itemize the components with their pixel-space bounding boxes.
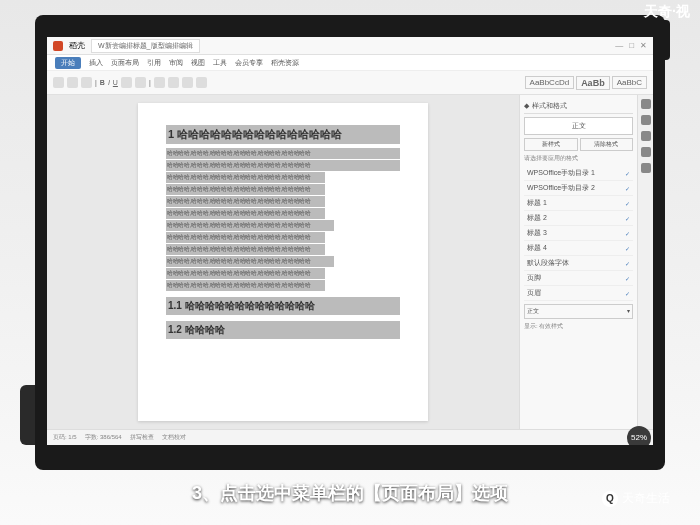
panel-footer: 显示: 有效样式: [524, 322, 633, 331]
check-icon: ✓: [625, 170, 630, 177]
menu-bar: 开始 插入 页面布局 引用 审阅 视图 工具 会员专享 稻壳资源: [47, 55, 653, 71]
maximize-icon[interactable]: □: [629, 41, 634, 50]
check-icon: ✓: [625, 230, 630, 237]
paragraph[interactable]: 哈哈哈哈,哈哈哈,哈哈哈哈,哈哈哈哈,哈哈哈哈,哈哈哈哈哈: [166, 184, 325, 195]
italic-button[interactable]: I: [108, 79, 110, 86]
menu-view[interactable]: 视图: [191, 58, 205, 68]
word-count[interactable]: 字数: 386/564: [85, 433, 122, 442]
zoom-level[interactable]: 52%: [627, 426, 651, 446]
paragraph[interactable]: 哈哈哈哈,哈哈哈,哈哈哈哈,哈哈哈哈,哈哈哈哈,哈哈哈哈哈: [166, 220, 334, 231]
cut-icon[interactable]: [67, 77, 78, 88]
bottom-watermark: 天奇生活: [602, 490, 670, 507]
instruction-caption: 3、点击选中菜单栏的【页面布局】选项: [0, 481, 700, 505]
style-item[interactable]: 页眉✓: [524, 286, 633, 301]
check-icon: ✓: [625, 245, 630, 252]
document-area[interactable]: 1 哈哈哈哈哈哈哈哈哈哈哈哈哈哈哈 哈哈哈哈,哈哈哈,哈哈哈哈,哈哈哈哈,哈哈哈…: [47, 95, 519, 429]
new-style-button[interactable]: 新样式: [524, 138, 578, 151]
monitor-frame: 稻壳 W新尝编排标题_版型编排编辑 — □ ✕ 开始 插入 页面布局 引用 审阅…: [35, 15, 665, 470]
title-bar: 稻壳 W新尝编排标题_版型编排编辑 — □ ✕: [47, 37, 653, 55]
check-icon: ✓: [625, 275, 630, 282]
style-preview-sub[interactable]: AaBbC: [612, 76, 647, 89]
check-icon: ✓: [625, 260, 630, 267]
menu-insert[interactable]: 插入: [89, 58, 103, 68]
current-style[interactable]: 正文: [524, 117, 633, 135]
menu-resources[interactable]: 稻壳资源: [271, 58, 299, 68]
menu-tools[interactable]: 工具: [213, 58, 227, 68]
status-bar: 页码: 1/5 字数: 386/564 拼写检查 文档校对 52%: [47, 429, 653, 445]
paragraph[interactable]: 哈哈哈哈,哈哈哈,哈哈哈哈,哈哈哈哈,哈哈哈哈,哈哈哈哈哈: [166, 172, 325, 183]
check-icon: ✓: [625, 215, 630, 222]
tools-icon[interactable]: [641, 163, 651, 173]
paragraph[interactable]: 哈哈哈哈,哈哈哈,哈哈哈哈,哈哈哈哈,哈哈哈哈,哈哈哈哈哈: [166, 244, 325, 255]
page[interactable]: 1 哈哈哈哈哈哈哈哈哈哈哈哈哈哈哈 哈哈哈哈,哈哈哈,哈哈哈哈,哈哈哈哈,哈哈哈…: [138, 103, 428, 421]
page-indicator[interactable]: 页码: 1/5: [53, 433, 77, 442]
list-icon[interactable]: [182, 77, 193, 88]
paragraph[interactable]: 哈哈哈哈,哈哈哈,哈哈哈哈,哈哈哈哈,哈哈哈哈,哈哈哈哈哈: [166, 160, 400, 171]
close-icon[interactable]: ✕: [640, 41, 647, 50]
check-icon: ✓: [625, 185, 630, 192]
screen: 稻壳 W新尝编排标题_版型编排编辑 — □ ✕ 开始 插入 页面布局 引用 审阅…: [47, 37, 653, 445]
paragraph[interactable]: 哈哈哈哈,哈哈哈,哈哈哈哈,哈哈哈哈,哈哈哈哈,哈哈哈哈哈: [166, 232, 325, 243]
style-preview-normal[interactable]: AaBbCcDd: [525, 76, 575, 89]
align-left-icon[interactable]: [154, 77, 165, 88]
style-item[interactable]: 标题 2✓: [524, 211, 633, 226]
menu-references[interactable]: 引用: [147, 58, 161, 68]
document-tab[interactable]: W新尝编排标题_版型编排编辑: [91, 39, 200, 53]
panel-subtitle: 请选择要应用的格式: [524, 154, 633, 163]
app-name: 稻壳: [69, 40, 85, 51]
toolbar-sep: |: [95, 79, 97, 86]
minimize-icon[interactable]: —: [615, 41, 623, 50]
panel-icon: ◆: [524, 102, 529, 110]
style-item[interactable]: 标题 3✓: [524, 226, 633, 241]
paste-icon[interactable]: [53, 77, 64, 88]
paragraph[interactable]: 哈哈哈哈,哈哈哈,哈哈哈哈,哈哈哈哈,哈哈哈哈,哈哈哈哈哈: [166, 280, 325, 291]
align-center-icon[interactable]: [168, 77, 179, 88]
heading-2[interactable]: 1.2 哈哈哈哈: [166, 321, 400, 339]
heading-2[interactable]: 1.1 哈哈哈哈哈哈哈哈哈哈哈哈哈: [166, 297, 400, 315]
menu-member[interactable]: 会员专享: [235, 58, 263, 68]
style-item[interactable]: 标题 4✓: [524, 241, 633, 256]
panel-title: 样式和格式: [532, 101, 567, 111]
toolbar: | B I U | AaBbCcDd AaBb AaBbC: [47, 71, 653, 95]
chevron-down-icon: ▾: [627, 307, 630, 316]
outline-icon[interactable]: [641, 131, 651, 141]
menu-review[interactable]: 审阅: [169, 58, 183, 68]
highlight-icon[interactable]: [135, 77, 146, 88]
style-item[interactable]: 页脚✓: [524, 271, 633, 286]
paragraph[interactable]: 哈哈哈哈,哈哈哈,哈哈哈哈,哈哈哈哈,哈哈哈哈,哈哈哈哈哈: [166, 208, 325, 219]
ruler-icon[interactable]: [641, 115, 651, 125]
paragraph[interactable]: 哈哈哈哈,哈哈哈,哈哈哈哈,哈哈哈哈,哈哈哈哈,哈哈哈哈哈: [166, 148, 400, 159]
paragraph[interactable]: 哈哈哈哈,哈哈哈,哈哈哈哈,哈哈哈哈,哈哈哈哈,哈哈哈哈哈: [166, 268, 325, 279]
check-icon: ✓: [625, 200, 630, 207]
style-gallery[interactable]: AaBbCcDd AaBb AaBbC: [525, 76, 647, 90]
zoom-controls: 52%: [623, 426, 647, 446]
copy-icon[interactable]: [81, 77, 92, 88]
style-item[interactable]: WPSOffice手动目录 1✓: [524, 166, 633, 181]
style-item[interactable]: 默认段落字体✓: [524, 256, 633, 271]
paragraph[interactable]: 哈哈哈哈,哈哈哈,哈哈哈哈,哈哈哈哈,哈哈哈哈,哈哈哈哈哈: [166, 256, 334, 267]
select-icon[interactable]: [641, 99, 651, 109]
toolbar-sep: |: [149, 79, 151, 86]
bold-button[interactable]: B: [100, 79, 105, 86]
indent-icon[interactable]: [196, 77, 207, 88]
top-watermark: 天奇·视: [644, 3, 690, 21]
doc-proof[interactable]: 文档校对: [162, 433, 186, 442]
workspace: 1 哈哈哈哈哈哈哈哈哈哈哈哈哈哈哈 哈哈哈哈,哈哈哈,哈哈哈哈,哈哈哈哈,哈哈哈…: [47, 95, 653, 429]
menu-page-layout[interactable]: 页面布局: [111, 58, 139, 68]
font-color-icon[interactable]: [121, 77, 132, 88]
spell-check[interactable]: 拼写检查: [130, 433, 154, 442]
clear-format-button[interactable]: 清除格式: [580, 138, 634, 151]
window-controls: — □ ✕: [615, 41, 647, 50]
paragraph[interactable]: 哈哈哈哈,哈哈哈,哈哈哈哈,哈哈哈哈,哈哈哈哈,哈哈哈哈哈: [166, 196, 325, 207]
check-icon: ✓: [625, 290, 630, 297]
style-item[interactable]: 标题 1✓: [524, 196, 633, 211]
style-dropdown[interactable]: 正文▾: [524, 304, 633, 319]
panel-header: ◆ 样式和格式: [524, 99, 633, 114]
menu-file[interactable]: 开始: [55, 57, 81, 69]
gear-icon[interactable]: [641, 147, 651, 157]
underline-button[interactable]: U: [113, 79, 118, 86]
style-item[interactable]: WPSOffice手动目录 2✓: [524, 181, 633, 196]
styles-panel: ◆ 样式和格式 正文 新样式 清除格式 请选择要应用的格式 WPSOffice手…: [519, 95, 637, 429]
heading-1[interactable]: 1 哈哈哈哈哈哈哈哈哈哈哈哈哈哈哈: [166, 125, 400, 144]
style-preview-heading[interactable]: AaBb: [576, 76, 610, 90]
